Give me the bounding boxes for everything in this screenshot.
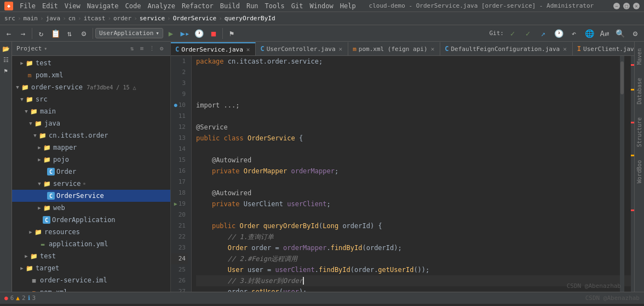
git-branch-btn[interactable]: 🌐: [583, 27, 596, 40]
menu-analyze[interactable]: Analyze: [147, 2, 175, 10]
breadcrumb-cn[interactable]: cn: [68, 15, 76, 22]
breadcrumb-method[interactable]: queryOrderById: [225, 15, 275, 22]
code-area[interactable]: package cn.itcast.order.service; import …: [192, 56, 634, 292]
right-panel-wordboo[interactable]: WordBoo: [635, 156, 643, 188]
tree-service-folder[interactable]: ▼ 📁 service: [12, 178, 170, 190]
menu-git[interactable]: Git: [291, 2, 303, 10]
menu-file[interactable]: File: [20, 2, 36, 10]
toolbar-run-btn[interactable]: ▶: [164, 27, 177, 40]
token-user-ref: user: [283, 286, 299, 292]
tree-mapper[interactable]: ▶ 📁 mapper: [12, 141, 170, 154]
menu-run[interactable]: Run: [246, 2, 258, 10]
tree-main[interactable]: ▼ 📁 main: [12, 105, 170, 117]
tab-pom[interactable]: m pom.xml (feign api) ✕: [348, 42, 440, 55]
menu-view[interactable]: View: [65, 2, 81, 10]
panel-sort-icon[interactable]: ≡: [137, 44, 146, 53]
tree-java[interactable]: ▼ 📁 java: [12, 117, 170, 129]
restore-button[interactable]: □: [623, 3, 630, 9]
panel-filter-icon[interactable]: ⋮: [147, 44, 156, 53]
tree-pom-root[interactable]: ▶ m pom.xml: [12, 69, 170, 81]
right-panel-database[interactable]: Database: [635, 73, 643, 109]
folder-icon-src: 📁: [25, 95, 34, 104]
breadcrumb-order[interactable]: order: [113, 15, 131, 22]
tab-close-defaultfeign[interactable]: ✕: [562, 45, 568, 53]
tab-defaultfeign[interactable]: C DefaultFeignConfiguration.java ✕: [440, 42, 573, 55]
git-undo-btn[interactable]: ↶: [567, 27, 580, 40]
tree-test[interactable]: ▶ 📁 test: [12, 57, 170, 69]
breadcrumb-main[interactable]: main: [24, 15, 38, 22]
tree-web[interactable]: ▶ 📁 web: [12, 202, 170, 214]
menu-build[interactable]: Build: [220, 2, 240, 10]
toolbar-coverage-btn[interactable]: 🕐: [193, 27, 206, 40]
editor-content[interactable]: 1 2 3 9 ●10 11 12 13 14 15 16 17 18 ▶19 …: [171, 56, 634, 292]
tree-order-class[interactable]: ▶ C Order: [12, 166, 170, 178]
menu-help[interactable]: Help: [340, 2, 356, 10]
folder-icon-test-folder: 📁: [30, 252, 38, 260]
close-button[interactable]: ✕: [633, 3, 640, 9]
menu-window[interactable]: Window: [309, 2, 333, 10]
tree-orderapplication[interactable]: ▶ C OrderApplication: [12, 214, 170, 226]
panel-settings-icon[interactable]: ⚙: [157, 44, 166, 53]
menu-navigate[interactable]: Navigate: [87, 2, 119, 10]
menu-edit[interactable]: Edit: [42, 2, 58, 10]
tree-resources[interactable]: ▶ 📁 resources: [12, 226, 170, 238]
side-structure-icon[interactable]: ☷: [1, 55, 11, 65]
tree-application-yml[interactable]: ▶ ▬ application.yml: [12, 238, 170, 250]
breadcrumb-orderservice[interactable]: OrderService: [173, 15, 216, 22]
breadcrumb-service[interactable]: service: [140, 15, 165, 22]
run-config-combo[interactable]: UserApplication ▾: [95, 28, 163, 38]
tree-cn-itcast-order[interactable]: ▼ 📁 cn.itcast.order: [12, 129, 170, 141]
window-title: cloud-demo - OrderService.java [order-se…: [369, 2, 594, 9]
git-push-btn[interactable]: ↗: [537, 27, 550, 40]
tree-label-web: web: [53, 204, 65, 212]
tree-label-test-folder: test: [40, 252, 56, 260]
scroll-thumb[interactable]: [620, 61, 624, 94]
tab-close-usercontroller[interactable]: ✕: [338, 45, 344, 53]
toolbar-forward-btn[interactable]: →: [16, 27, 30, 40]
panel-dropdown-icon[interactable]: ▾: [44, 46, 47, 52]
right-panel-maven[interactable]: Maven: [635, 44, 643, 69]
menu-refactor[interactable]: Refactor: [182, 2, 214, 10]
toolbar-stop-btn[interactable]: ■: [207, 27, 220, 40]
side-bookmark-icon[interactable]: ⚑: [1, 66, 11, 76]
toolbar-debug-btn[interactable]: ▶▸: [179, 27, 192, 40]
tree-orderservice-class[interactable]: ▶ C OrderService: [12, 190, 170, 202]
tree-pojo[interactable]: ▶ 📁 pojo: [12, 154, 170, 166]
tab-close-pom[interactable]: ✕: [430, 45, 436, 53]
menu-tools[interactable]: Tools: [265, 2, 285, 10]
breadcrumb-src[interactable]: src: [4, 15, 15, 22]
breadcrumb-java[interactable]: java: [46, 15, 61, 22]
toolbar-search-btn[interactable]: 🔍: [613, 27, 626, 40]
tree-pom-order[interactable]: ▶ m pom.xml: [12, 286, 170, 292]
menu-code[interactable]: Code: [125, 2, 141, 10]
toolbar-back-btn[interactable]: ←: [2, 27, 15, 40]
tree-src[interactable]: ▼ 📁 src: [12, 93, 170, 105]
toolbar-config-btn[interactable]: ⚙: [77, 27, 90, 40]
panel-collapse-icon[interactable]: ⇅: [128, 44, 136, 53]
tree-order-iml[interactable]: ▶ ■ order-service.iml: [12, 274, 170, 286]
tab-orderservice[interactable]: C OrderService.java ✕: [171, 42, 256, 55]
tree-test-folder[interactable]: ▶ 📁 test: [12, 250, 170, 262]
minimize-button[interactable]: −: [613, 3, 620, 9]
tree-target[interactable]: ▶ 📁 target: [12, 262, 170, 274]
right-panel-bar: Maven Database Structure WordBoo: [634, 42, 644, 292]
tree-order-service[interactable]: ▼ 📁 order-service 7af3dbe4 / 15 △: [12, 81, 170, 93]
right-panel-structure[interactable]: Structure: [635, 113, 643, 151]
scroll-track[interactable]: [620, 56, 624, 292]
toolbar-bookmark-btn[interactable]: ⚑: [225, 27, 238, 40]
git-translate-btn[interactable]: A⇄: [598, 27, 611, 40]
tab-usercontroller[interactable]: C UserController.java ✕: [256, 42, 348, 55]
toolbar-copy-btn[interactable]: 📋: [49, 27, 62, 40]
tab-userclient[interactable]: I UserClient.java ✕: [573, 42, 634, 55]
status-warn-icon: ▲: [16, 294, 20, 302]
breadcrumb-itcast[interactable]: itcast: [84, 15, 106, 22]
git-history-btn[interactable]: 🕐: [552, 27, 565, 40]
toolbar-refresh-btn[interactable]: ↻: [34, 27, 48, 40]
token-getuserid: getUserId: [378, 264, 413, 275]
git-commit-btn[interactable]: ✓: [521, 27, 534, 40]
tab-close-orderservice[interactable]: ✕: [245, 46, 251, 54]
side-project-icon[interactable]: 📂: [1, 44, 11, 54]
toolbar-settings-btn[interactable]: ⚙: [629, 27, 642, 40]
git-check-btn[interactable]: ✓: [506, 27, 519, 40]
toolbar-sync-btn[interactable]: ⇅: [63, 27, 76, 40]
